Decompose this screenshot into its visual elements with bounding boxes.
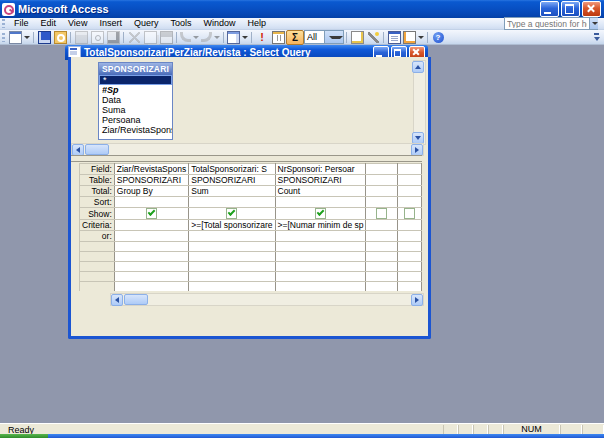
scroll-right-icon[interactable] <box>411 144 423 156</box>
field-item-star[interactable]: * <box>99 75 172 85</box>
or-cell[interactable] <box>189 231 275 242</box>
view-dropdown-icon[interactable] <box>24 36 30 39</box>
sort-cell[interactable] <box>366 197 398 208</box>
grid-pane-hscrollbar[interactable] <box>110 293 424 306</box>
criteria-cell[interactable] <box>114 220 188 231</box>
search-icon <box>54 31 67 44</box>
scroll-up-icon[interactable] <box>412 61 424 73</box>
scroll-right-icon[interactable] <box>411 294 423 306</box>
minimize-button[interactable] <box>540 1 559 17</box>
copy-button[interactable] <box>142 31 158 44</box>
criteria-cell[interactable] <box>398 220 422 231</box>
totals-button[interactable]: Σ <box>286 30 304 45</box>
spelling-button[interactable] <box>105 31 121 44</box>
scroll-left-icon[interactable] <box>72 144 84 156</box>
menu-window[interactable]: Window <box>197 18 241 29</box>
table-cell[interactable] <box>398 175 422 186</box>
show-checkbox[interactable] <box>376 208 387 219</box>
pane-splitter[interactable] <box>71 155 422 162</box>
query-type-button[interactable] <box>226 31 249 44</box>
new-object-dropdown-icon[interactable] <box>418 36 424 39</box>
total-cell[interactable]: Count <box>275 186 366 197</box>
menu-insert[interactable]: Insert <box>93 18 128 29</box>
query-type-dropdown-icon[interactable] <box>242 36 248 39</box>
properties-button[interactable] <box>349 31 365 44</box>
or-cell[interactable] <box>366 231 398 242</box>
new-object-button[interactable] <box>402 31 425 44</box>
top-values-combo[interactable]: All <box>304 30 344 44</box>
scroll-thumb[interactable] <box>124 294 148 305</box>
help-search-input[interactable] <box>505 19 589 28</box>
paste-button[interactable] <box>158 31 174 44</box>
top-values-dropdown-icon[interactable] <box>324 31 344 43</box>
show-table-button[interactable] <box>270 31 286 44</box>
database-window-button[interactable] <box>386 31 402 44</box>
help-dropdown-icon[interactable] <box>589 18 598 29</box>
sort-cell[interactable] <box>114 197 188 208</box>
menu-query[interactable]: Query <box>128 18 165 29</box>
total-cell[interactable]: Group By <box>114 186 188 197</box>
save-button[interactable] <box>36 31 52 44</box>
help-button[interactable]: ? <box>430 31 446 44</box>
criteria-cell[interactable]: >=[Numar minim de sp <box>275 220 366 231</box>
table-cell[interactable]: SPONSORIZARI <box>189 175 275 186</box>
show-checkbox[interactable] <box>146 208 157 219</box>
criteria-cell[interactable]: >=[Total sponsorizare <box>189 220 275 231</box>
build-icon <box>368 32 379 43</box>
or-cell[interactable] <box>114 231 188 242</box>
field-cell[interactable]: NrSponsori: Persoar <box>275 164 366 175</box>
show-checkbox[interactable] <box>404 208 415 219</box>
field-item-data[interactable]: Data <box>99 95 172 105</box>
status-segment <box>488 425 503 434</box>
sort-cell[interactable] <box>189 197 275 208</box>
view-button[interactable] <box>8 31 31 44</box>
file-search-button[interactable] <box>52 31 68 44</box>
run-button[interactable]: ! <box>254 31 270 44</box>
field-item-persoana[interactable]: Persoana <box>99 115 172 125</box>
print-preview-button[interactable] <box>89 31 105 44</box>
query-type-icon <box>227 31 240 44</box>
field-cell[interactable] <box>398 164 422 175</box>
query-design-toolbar: ! Σ All ? <box>0 30 604 45</box>
print-button[interactable] <box>73 31 89 44</box>
or-cell[interactable] <box>275 231 366 242</box>
menu-edit[interactable]: Edit <box>35 18 63 29</box>
sort-cell[interactable] <box>398 197 422 208</box>
field-item-ziarrevistaspons[interactable]: Ziar/RevistaSpons <box>99 125 172 135</box>
scroll-thumb[interactable] <box>85 144 109 155</box>
grid-row-sort: Sort: <box>80 197 422 208</box>
show-checkbox[interactable] <box>226 208 237 219</box>
field-list-title[interactable]: SPONSORIZARI <box>99 63 172 75</box>
field-item-sp[interactable]: #Sp <box>99 85 172 95</box>
table-cell[interactable]: SPONSORIZARI <box>275 175 366 186</box>
build-button[interactable] <box>365 31 381 44</box>
table-cell[interactable]: SPONSORIZARI <box>114 175 188 186</box>
total-cell[interactable] <box>398 186 422 197</box>
scroll-left-icon[interactable] <box>111 294 123 306</box>
or-cell[interactable] <box>398 231 422 242</box>
total-cell[interactable] <box>366 186 398 197</box>
undo-button[interactable] <box>179 31 200 44</box>
sort-cell[interactable] <box>275 197 366 208</box>
table-cell[interactable] <box>366 175 398 186</box>
row-label-criteria: Criteria: <box>80 220 115 231</box>
redo-button[interactable] <box>200 31 221 44</box>
toolbar-options-button[interactable] <box>592 31 602 43</box>
maximize-button[interactable] <box>561 1 580 17</box>
field-cell[interactable] <box>366 164 398 175</box>
field-cell[interactable]: TotalSponsorizari: S <box>189 164 275 175</box>
menu-view[interactable]: View <box>62 18 93 29</box>
criteria-cell[interactable] <box>366 220 398 231</box>
field-item-suma[interactable]: Suma <box>99 105 172 115</box>
table-pane-vscrollbar[interactable] <box>413 60 426 145</box>
total-cell[interactable]: Sum <box>189 186 275 197</box>
show-checkbox[interactable] <box>315 208 326 219</box>
status-segment <box>458 425 473 434</box>
menu-file[interactable]: File <box>8 18 35 29</box>
cut-button[interactable] <box>126 31 142 44</box>
help-search-box[interactable] <box>504 17 598 30</box>
close-button[interactable] <box>582 1 601 17</box>
field-cell[interactable]: Ziar/RevistaSpons <box>114 164 188 175</box>
menu-tools[interactable]: Tools <box>164 18 197 29</box>
menu-help[interactable]: Help <box>241 18 272 29</box>
